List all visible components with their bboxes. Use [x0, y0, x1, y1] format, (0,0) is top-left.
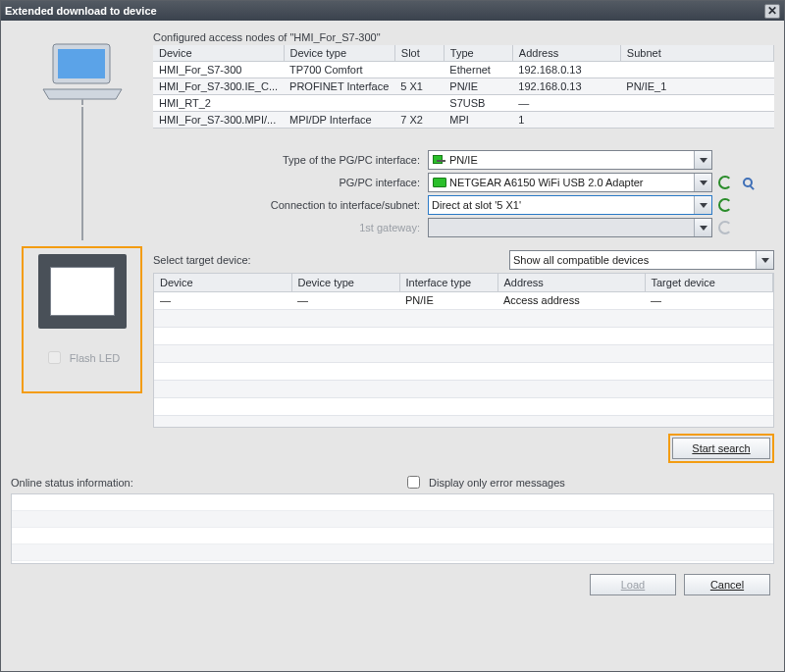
- node-row[interactable]: HMI_RT_2S7USB—: [153, 95, 774, 112]
- titlebar: Extended download to device ✕: [1, 1, 784, 21]
- refresh-gateway-button: [715, 218, 735, 237]
- chevron-down-icon: [694, 196, 711, 214]
- dialog-title: Extended download to device: [5, 5, 157, 17]
- column-header[interactable]: Interface type: [399, 274, 497, 291]
- detect-pgpc-button[interactable]: [738, 173, 758, 192]
- column-header[interactable]: Address: [512, 45, 620, 62]
- configured-nodes-caption: Configured access nodes of "HMI_For_S7-3…: [153, 31, 774, 43]
- pnie-icon: [432, 153, 447, 167]
- chevron-down-icon: [756, 251, 773, 269]
- display-errors-checkbox[interactable]: [407, 476, 420, 489]
- pgpc-iface-label: PG/PC interface:: [153, 177, 428, 188]
- column-header[interactable]: Device type: [284, 45, 394, 62]
- table-row: [154, 362, 773, 380]
- column-header[interactable]: Device: [154, 274, 291, 291]
- conn-label: Connection to interface/subnet:: [153, 199, 428, 211]
- extended-download-dialog: Extended download to device ✕ Configured…: [0, 0, 785, 672]
- start-search-button[interactable]: Start search: [672, 438, 770, 459]
- column-header[interactable]: Subnet: [620, 45, 773, 62]
- refresh-pgpc-button[interactable]: [715, 173, 735, 192]
- node-row[interactable]: HMI_For_S7-300.MPI/...MPI/DP Interface7 …: [153, 112, 774, 129]
- load-button: Load: [590, 574, 676, 595]
- pgpc-iface-combo[interactable]: NETGEAR A6150 WiFi USB 2.0 Adapter: [428, 173, 712, 192]
- table-row: [154, 327, 773, 344]
- laptop-icon: [39, 40, 126, 105]
- adapter-icon: [432, 176, 447, 189]
- display-errors-label: Display only error messages: [429, 477, 565, 489]
- node-row[interactable]: HMI_For_S7-300TP700 ComfortEthernet192.1…: [153, 62, 774, 78]
- pg-illustration-column: [11, 28, 153, 240]
- chevron-down-icon: [694, 174, 711, 191]
- column-header[interactable]: Slot: [394, 45, 444, 62]
- target-row[interactable]: ——PN/IEAccess address—: [154, 291, 773, 309]
- target-device-table[interactable]: DeviceDevice typeInterface typeAddressTa…: [153, 273, 774, 428]
- column-header[interactable]: Device type: [291, 274, 399, 291]
- conn-combo[interactable]: Direct at slot '5 X1': [428, 195, 712, 215]
- hmi-highlight-box: Flash LED: [22, 246, 142, 393]
- pgpc-type-label: Type of the PG/PC interface:: [153, 154, 428, 166]
- gateway-label: 1st gateway:: [153, 222, 428, 233]
- interface-selection: Type of the PG/PC interface: PN/IE PG/PC…: [153, 150, 774, 237]
- table-row: [154, 309, 773, 327]
- close-icon[interactable]: ✕: [764, 4, 780, 19]
- chevron-down-icon: [694, 219, 711, 236]
- column-header[interactable]: Device: [153, 45, 284, 62]
- node-row[interactable]: HMI_For_S7-300.IE_C...PROFINET Interface…: [153, 78, 774, 95]
- pgpc-type-combo[interactable]: PN/IE: [428, 150, 712, 170]
- hmi-panel-icon: [38, 254, 127, 329]
- connection-line-icon: [81, 107, 83, 240]
- status-log[interactable]: [11, 493, 774, 564]
- table-row: [154, 415, 773, 428]
- start-search-highlight: Start search: [668, 434, 774, 463]
- gateway-combo: [428, 218, 712, 237]
- refresh-conn-button[interactable]: [715, 195, 735, 215]
- cancel-button[interactable]: Cancel: [684, 574, 770, 595]
- column-header[interactable]: Type: [444, 45, 512, 62]
- column-header[interactable]: Target device: [645, 274, 773, 291]
- chevron-down-icon: [694, 151, 711, 169]
- svg-rect-1: [58, 49, 105, 78]
- flash-led-label: Flash LED: [70, 352, 120, 364]
- configured-nodes-table: DeviceDevice typeSlotTypeAddressSubnet H…: [153, 45, 774, 129]
- flash-led-checkbox: [48, 351, 61, 364]
- table-row: [154, 397, 773, 415]
- table-row: [154, 380, 773, 397]
- device-filter-combo[interactable]: Show all compatible devices: [509, 250, 774, 270]
- select-target-label: Select target device:: [153, 254, 509, 266]
- column-header[interactable]: Address: [497, 274, 645, 291]
- table-row: [154, 344, 773, 362]
- status-label: Online status information:: [11, 477, 403, 489]
